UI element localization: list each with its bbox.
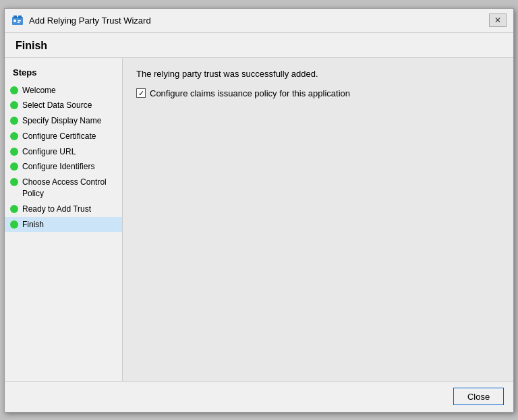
sidebar-title: Steps [5, 65, 122, 83]
step-dot-ready-to-add-trust [10, 205, 18, 213]
close-button[interactable]: Close [453, 388, 504, 405]
step-dot-configure-certificate [10, 132, 18, 140]
step-label-specify-display-name: Specify Display Name [22, 115, 101, 127]
step-label-ready-to-add-trust: Ready to Add Trust [22, 204, 91, 215]
title-bar-left: Add Relying Party Trust Wizard [11, 14, 151, 26]
step-dot-configure-identifiers [10, 162, 18, 171]
main-panel: The relying party trust was successfully… [123, 58, 513, 381]
wizard-window: Add Relying Party Trust Wizard ✕ Finish … [4, 8, 514, 413]
footer: Close [5, 381, 513, 412]
step-label-select-data-source: Select Data Source [22, 100, 92, 111]
step-dot-specify-display-name [10, 117, 18, 125]
checkmark-icon: ✓ [138, 90, 144, 97]
step-label-configure-url: Configure URL [22, 146, 76, 158]
step-item-configure-certificate: Configure Certificate [5, 129, 122, 144]
step-label-choose-access-control-policy: Choose Access Control Policy [22, 177, 114, 200]
step-item-ready-to-add-trust: Ready to Add Trust [5, 202, 122, 217]
configure-claims-label: Configure claims issuance policy for thi… [150, 88, 350, 98]
step-item-configure-identifiers: Configure Identifiers [5, 159, 122, 175]
page-header: Finish [5, 33, 513, 57]
svg-rect-1 [13, 16, 17, 18]
step-item-choose-access-control-policy: Choose Access Control Policy [5, 175, 122, 202]
svg-rect-4 [18, 20, 21, 22]
window-close-button[interactable]: ✕ [489, 13, 507, 27]
step-item-configure-url: Configure URL [5, 144, 122, 160]
step-label-configure-certificate: Configure Certificate [22, 131, 96, 142]
step-dot-configure-url [10, 148, 18, 156]
step-item-welcome: Welcome [5, 83, 122, 98]
configure-claims-checkbox[interactable]: ✓ [136, 88, 146, 98]
wizard-icon [11, 14, 24, 26]
step-item-select-data-source: Select Data Source [5, 98, 122, 113]
configure-claims-checkbox-row[interactable]: ✓ Configure claims issuance policy for t… [136, 88, 500, 98]
step-dot-finish [10, 220, 18, 229]
step-item-finish: Finish [5, 217, 122, 233]
step-dot-welcome [10, 86, 18, 94]
step-label-finish: Finish [22, 219, 44, 231]
content-area: Steps Welcome Select Data Source Specify… [5, 57, 513, 381]
step-item-specify-display-name: Specify Display Name [5, 113, 122, 129]
step-label-configure-identifiers: Configure Identifiers [22, 161, 94, 173]
step-dot-select-data-source [10, 101, 18, 109]
sidebar: Steps Welcome Select Data Source Specify… [5, 58, 123, 381]
step-dot-choose-access-control-policy [10, 178, 18, 186]
success-message: The relying party trust was successfully… [136, 69, 500, 79]
svg-rect-2 [18, 16, 22, 18]
title-bar: Add Relying Party Trust Wizard ✕ [5, 9, 513, 33]
page-title: Finish [16, 40, 502, 52]
step-label-welcome: Welcome [22, 85, 56, 96]
svg-rect-5 [18, 22, 20, 24]
window-title: Add Relying Party Trust Wizard [29, 16, 151, 26]
svg-point-3 [13, 20, 16, 22]
